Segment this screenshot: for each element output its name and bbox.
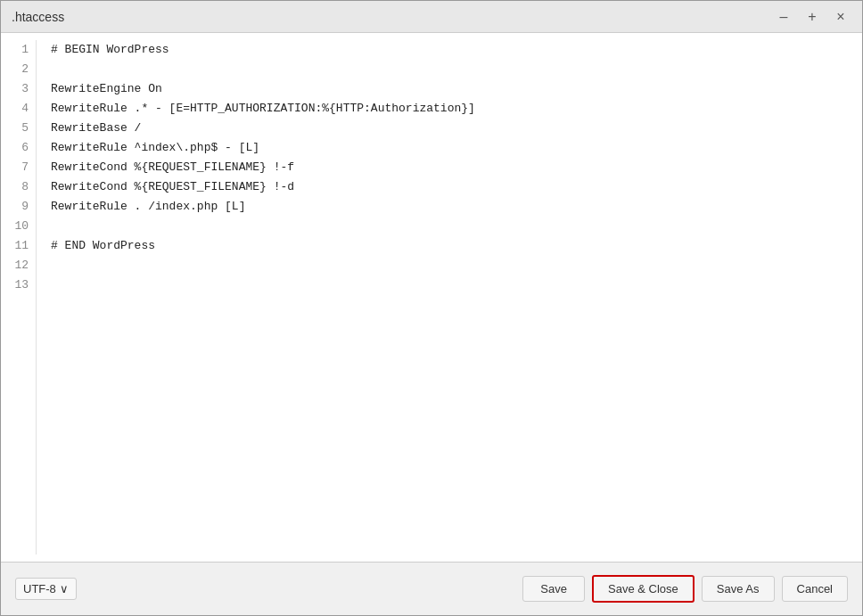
footer: UTF-8 ∨ Save Save & Close Save As Cancel [1, 562, 862, 615]
line-number: 3 [8, 79, 29, 99]
line-number: 5 [8, 119, 29, 138]
code-line: RewriteRule . /index.php [L] [51, 197, 848, 217]
footer-left: UTF-8 ∨ [15, 578, 77, 600]
code-line [51, 256, 848, 275]
code-line: RewriteRule .* - [E=HTTP_AUTHORIZATION:%… [51, 99, 848, 119]
line-numbers: 12345678910111213 [1, 40, 37, 554]
line-number: 12 [8, 256, 29, 275]
line-number: 6 [8, 138, 29, 158]
code-line: RewriteRule ^index\.php$ - [L] [51, 138, 848, 158]
close-button[interactable]: × [830, 6, 851, 28]
encoding-select[interactable]: UTF-8 ∨ [15, 578, 77, 600]
save-button[interactable]: Save [522, 576, 585, 602]
code-line: RewriteCond %{REQUEST_FILENAME} !-d [51, 177, 848, 197]
save-as-button[interactable]: Save As [702, 576, 775, 602]
line-number: 13 [8, 275, 29, 295]
line-number: 11 [8, 236, 29, 256]
line-number: 4 [8, 99, 29, 119]
window-title: .htaccess [12, 10, 64, 24]
footer-right: Save Save & Close Save As Cancel [522, 575, 848, 603]
title-bar: .htaccess – + × [1, 1, 862, 33]
code-line [51, 217, 848, 236]
encoding-value: UTF-8 [23, 582, 56, 595]
minimize-button[interactable]: – [773, 6, 794, 28]
title-bar-controls: – + × [773, 6, 851, 28]
code-line: RewriteEngine On [51, 79, 848, 99]
line-number: 9 [8, 197, 29, 217]
editor-area: 12345678910111213 # BEGIN WordPress Rewr… [1, 33, 862, 562]
line-number: 2 [8, 60, 29, 79]
line-number: 1 [8, 40, 29, 60]
code-line [51, 60, 848, 79]
code-content[interactable]: # BEGIN WordPress RewriteEngine OnRewrit… [37, 40, 862, 554]
line-number: 7 [8, 158, 29, 177]
line-number: 8 [8, 177, 29, 197]
code-line: # BEGIN WordPress [51, 40, 848, 60]
cancel-button[interactable]: Cancel [782, 576, 848, 602]
encoding-arrow-icon: ∨ [60, 582, 69, 595]
code-line: RewriteCond %{REQUEST_FILENAME} !-f [51, 158, 848, 177]
maximize-button[interactable]: + [801, 6, 823, 28]
main-window: .htaccess – + × 12345678910111213 # BEGI… [0, 0, 863, 616]
save-close-button[interactable]: Save & Close [592, 575, 695, 603]
line-number: 10 [8, 217, 29, 236]
code-line: # END WordPress [51, 236, 848, 256]
code-line [51, 275, 848, 295]
code-line: RewriteBase / [51, 119, 848, 138]
